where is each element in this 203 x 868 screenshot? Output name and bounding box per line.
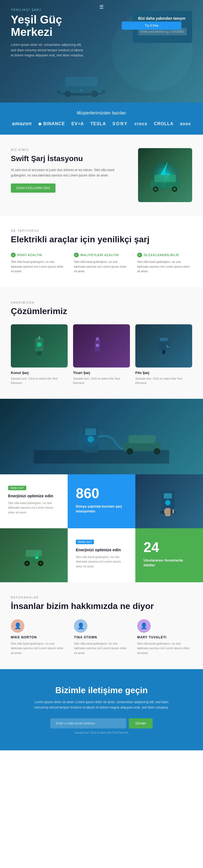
clients-section: Müşterilerimizden bazıları amazon ◆ BINA… xyxy=(0,102,203,135)
who-content: BİZ KİMİZ Swift Şarj İstasyonu At vero e… xyxy=(11,148,127,202)
read-more-button[interactable]: DAHA FAZLASINI OKU xyxy=(11,184,55,193)
stat-energy-1: Neden biz? Enerjinizi optimize edin Stet… xyxy=(0,474,68,528)
charger3-icon xyxy=(153,335,175,357)
why-label-1: Neden biz? xyxy=(8,486,26,490)
solutions-grid: Konut Şarj Sample text. Click to select … xyxy=(11,324,192,385)
solution-card-3: Filo Şarj Sample text. Click to select t… xyxy=(135,324,192,385)
stat-image-2 xyxy=(0,528,68,582)
solutions-tag: HAKKIMIZDA xyxy=(11,301,192,304)
hero-desc: Lorem ipsum dolor sit, consectetur adipi… xyxy=(11,42,86,58)
stat-860: 860 Dünya çapında kurulan şarj istasyonl… xyxy=(68,474,135,528)
cta-section: Bizimle iletişime geçin Lorem ipsum dolo… xyxy=(0,669,203,751)
solution-card-2: Ticari Şarj Sample text. Click to select… xyxy=(73,324,130,385)
try-free-button[interactable]: Try it free xyxy=(122,22,181,30)
solution-image-2 xyxy=(73,324,130,368)
svg-point-17 xyxy=(37,342,42,347)
cta-sample-text: Sample text. Click to select the Text El… xyxy=(11,731,192,734)
tesla-logo: TESLA xyxy=(91,121,106,126)
testimonial-text-1: Stet clita kasd gubergren, no sea takima… xyxy=(11,641,66,656)
hero-card-title: Bizi daha yakından tanıyın xyxy=(138,16,187,21)
stats-row-2: Neden biz? Enerjinizi optimize edin Stet… xyxy=(0,528,203,582)
solutions-section: HAKKIMIZDA Çözümlerimiz Konut Şarj Sampl… xyxy=(0,287,203,399)
svg-point-30 xyxy=(127,448,133,455)
solution-card-1: Konut Şarj Sample text. Click to select … xyxy=(11,324,68,385)
svg-rect-21 xyxy=(158,341,169,350)
svg-point-20 xyxy=(96,344,99,347)
energy-text-1: Stet clita kasd gubergren, no sea takima… xyxy=(8,501,59,515)
svg-rect-24 xyxy=(34,450,169,464)
testimonials-title: İnsanlar bizim hakkımızda ne diyor xyxy=(11,601,192,611)
why-label-2: Neden biz? xyxy=(76,539,94,544)
svg-point-45 xyxy=(26,562,28,565)
cta-form: Gönder xyxy=(11,718,192,728)
electric-car-icon xyxy=(144,154,187,197)
stat-number-860: 860 xyxy=(76,485,127,501)
stat-image-1 xyxy=(135,474,203,528)
testimonials-tag: REFERANSLAR xyxy=(11,596,192,599)
solution-text-1: Sample text. Click to select the Text El… xyxy=(11,376,68,385)
crolla-logo: CROLLA xyxy=(154,121,174,126)
evga-logo: EV≡A xyxy=(72,121,84,126)
svg-point-13 xyxy=(173,188,176,190)
charger2-icon xyxy=(91,335,112,357)
solution-text-2: Sample text. Click to select the Text El… xyxy=(73,376,130,385)
who-title: Swift Şarj İstasyonu xyxy=(11,154,127,163)
full-width-charger-image xyxy=(0,399,203,474)
asos-logo: asos xyxy=(180,121,191,126)
solution-label-2: Ticari Şarj xyxy=(73,371,130,375)
hero-title: Yeşil Güç Merkezi xyxy=(11,13,97,38)
svg-rect-15 xyxy=(37,351,42,355)
feature-label-3: ÖLÇEKLENEBİLİRLİK xyxy=(137,252,192,257)
svg-rect-19 xyxy=(96,337,99,341)
avatar-3: 👤 xyxy=(137,619,151,633)
svg-point-5 xyxy=(80,90,82,91)
svg-rect-39 xyxy=(164,509,166,514)
svg-rect-40 xyxy=(172,509,174,514)
what-section: NE YAPIYORUZ Elektrikli araçlar için yen… xyxy=(0,216,203,287)
testimonial-1: 👤 MIKE NORTON Stet clita kasd gubergren,… xyxy=(11,619,66,656)
svg-point-36 xyxy=(165,500,171,505)
testimonial-name-2: TINA STOWN xyxy=(74,636,129,639)
solution-image-1 xyxy=(11,324,68,368)
cta-email-input[interactable] xyxy=(50,718,126,728)
cta-submit-button[interactable]: Gönder xyxy=(129,718,153,728)
testimonial-name-3: MARY TUVALETI xyxy=(137,636,192,639)
solution-label-1: Konut Şarj xyxy=(11,371,68,375)
energy-text-2: Stet clita kasd gubergren, no sea takima… xyxy=(76,555,127,569)
stats-section: Neden biz? Enerjinizi optimize edin Stet… xyxy=(0,474,203,582)
testimonials-grid: 👤 MIKE NORTON Stet clita kasd gubergren,… xyxy=(11,619,192,656)
testimonial-text-2: Stet clita kasd gubergren, no sea takima… xyxy=(74,641,129,656)
sony-logo: SONY xyxy=(112,121,128,126)
testimonial-text-3: Stet clita kasd gubergren, no sea takima… xyxy=(137,641,192,656)
svg-rect-42 xyxy=(26,550,42,557)
feature-item-2: MALİYETLERİ AZALTIN Stet clita kasd gube… xyxy=(74,252,129,274)
testimonials-section: REFERANSLAR İnsanlar bizim hakkımızda ne… xyxy=(0,582,203,669)
who-tag: BİZ KİMİZ xyxy=(11,148,127,151)
svg-point-3 xyxy=(65,91,71,97)
svg-rect-2 xyxy=(65,77,97,86)
features-grid: RİSKİ AZALTIN Stet clita kasd gubergren,… xyxy=(11,252,192,274)
avatar-2: 👤 xyxy=(74,619,87,633)
clients-title: Müşterilerimizden bazıları xyxy=(11,111,192,116)
stats-row-1: Neden biz? Enerjinizi optimize edin Stet… xyxy=(0,474,203,528)
hand-charger-icon xyxy=(153,485,185,518)
testimonial-3: 👤 MARY TUVALETI Stet clita kasd gubergre… xyxy=(137,619,192,656)
binance-logo: ◆ BINANCE xyxy=(38,121,65,126)
feature-item-1: RİSKİ AZALTIN Stet clita kasd gubergren,… xyxy=(11,252,66,274)
feature-item-3: ÖLÇEKLENEBİLİRLİK Stet clita kasd guberg… xyxy=(137,252,192,274)
feature-label-1: RİSKİ AZALTIN xyxy=(11,252,66,257)
who-section: BİZ KİMİZ Swift Şarj İstasyonu At vero e… xyxy=(0,135,203,216)
cta-title: Bizimle iletişime geçin xyxy=(11,685,192,695)
hero-section: ☰ YENİLİKÇİ ŞARJ Yeşil Güç Merkezi Lorem… xyxy=(0,0,203,102)
feature-text-1: Stet clita kasd gubergren, no sea takima… xyxy=(11,259,66,274)
who-desc: At vero eos et accusam et justo duo dolo… xyxy=(11,167,127,178)
svg-rect-47 xyxy=(35,557,39,559)
who-image xyxy=(138,148,192,202)
hero-contact-card: Bizi daha yakından tanıyın Phone Try it … xyxy=(133,11,192,43)
feature-text-3: Stet clita kasd gubergren, no sea takima… xyxy=(137,259,192,274)
stat-24: 24 Uluslararası forumlarda ödüller xyxy=(135,528,203,582)
feature-text-2: Stet clita kasd gubergren, no sea takima… xyxy=(74,259,129,274)
svg-rect-35 xyxy=(164,493,172,499)
solution-label-3: Filo Şarj xyxy=(135,371,192,375)
svg-rect-16 xyxy=(39,337,40,339)
